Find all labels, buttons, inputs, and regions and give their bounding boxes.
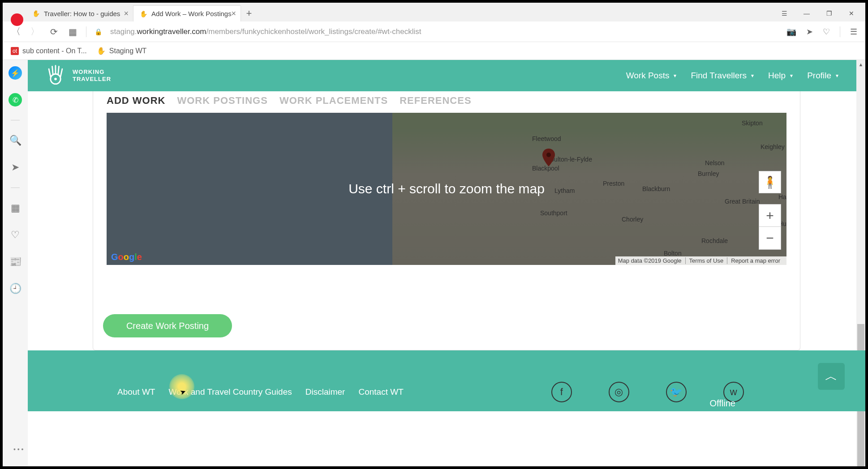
pegman-icon[interactable]: 🧍: [759, 171, 781, 193]
site-header: WORKING TRAVELLER Work Posts▾ Find Trave…: [28, 60, 865, 91]
bookmark-favicon-icon: ot: [11, 47, 19, 55]
logo-hand-icon: [43, 63, 68, 88]
bookmarks-heart-icon[interactable]: ♡: [9, 228, 22, 242]
snapshot-icon[interactable]: 📷: [786, 27, 796, 37]
nav-find-travellers[interactable]: Find Travellers▾: [691, 71, 754, 81]
bookmark-item[interactable]: ot sub content - On T...: [11, 47, 87, 55]
nav-help[interactable]: Help▾: [768, 71, 793, 81]
tab-bar: ✋ Traveller: How to - guides × ✋ Add Wor…: [3, 3, 865, 21]
new-tab-button[interactable]: +: [241, 5, 257, 21]
scrollbar-up-icon[interactable]: ▲: [856, 60, 865, 69]
page-content: ▲ WORKING TRAVELLER Work Posts▾: [28, 60, 865, 466]
map-hint-text: Use ctrl + scroll to zoom the map: [348, 181, 545, 196]
map-attribution: Map data ©2019 Google Terms of Use Repor…: [615, 256, 786, 265]
facebook-icon[interactable]: f: [551, 382, 572, 402]
close-icon[interactable]: ×: [124, 9, 129, 18]
tab-title: Traveller: How to - guides: [44, 10, 120, 17]
chevron-down-icon: ▾: [790, 72, 793, 79]
easy-setup-icon[interactable]: ☰: [850, 27, 857, 37]
flow-icon[interactable]: ➤: [9, 161, 22, 174]
reload-button[interactable]: ⟳: [48, 26, 59, 37]
url-input[interactable]: staging.workingtraveller.com/members/fun…: [110, 27, 778, 36]
tab-references[interactable]: REFERENCES: [400, 95, 471, 107]
back-button[interactable]: 〈: [11, 26, 21, 37]
svg-point-1: [54, 78, 57, 81]
terms-link[interactable]: Terms of Use: [689, 257, 728, 264]
tab-add-work[interactable]: ADD WORK: [107, 95, 165, 107]
footer-link-guides[interactable]: Work and Travel Country Guides: [168, 387, 292, 397]
browser-tab-1[interactable]: ✋ Traveller: How to - guides ×: [26, 5, 133, 21]
browser-tab-2[interactable]: ✋ Add Work – Work Postings ×: [133, 5, 241, 21]
news-icon[interactable]: 📰: [9, 255, 22, 269]
report-error-link[interactable]: Report a map error: [731, 257, 784, 264]
chat-status[interactable]: Offline: [710, 398, 735, 409]
footer-links: About WT Work and Travel Country Guides …: [117, 387, 404, 397]
opera-menu-icon[interactable]: [11, 13, 23, 26]
separator: [86, 26, 86, 37]
whatsapp-icon[interactable]: ✆: [9, 93, 22, 107]
history-icon[interactable]: 🕘: [9, 282, 22, 295]
tab-menu-icon[interactable]: ☰: [773, 5, 795, 21]
browser-sidebar: ⚡ ✆ 🔍 ➤ ▦ ♡ 📰 🕘 • • •: [3, 60, 28, 466]
messenger-icon[interactable]: ⚡: [9, 66, 22, 80]
window-controls: ☰ — ❐ ✕: [773, 5, 863, 21]
tab-title: Add Work – Work Postings: [151, 10, 232, 17]
nav-work-posts[interactable]: Work Posts▾: [626, 71, 677, 81]
footer-link-about[interactable]: About WT: [117, 387, 155, 397]
main-nav: Work Posts▾ Find Travellers▾ Help▾ Profi…: [626, 71, 852, 81]
address-bar: 〈 〉 ⟳ ▦ 🔒 staging.workingtraveller.com/m…: [3, 21, 865, 42]
tab-work-postings[interactable]: WORK POSTINGS: [177, 95, 267, 107]
site-footer: About WT Work and Travel Country Guides …: [28, 350, 865, 411]
send-icon[interactable]: ➤: [806, 27, 813, 37]
tab-favicon-icon: ✋: [140, 10, 147, 17]
footer-link-disclaimer[interactable]: Disclaimer: [305, 387, 345, 397]
nav-profile[interactable]: Profile▾: [807, 71, 838, 81]
zoom-in-button[interactable]: +: [759, 205, 781, 227]
bookmark-bar: ot sub content - On T... ✋ Staging WT: [3, 42, 865, 60]
twitter-icon[interactable]: 🐦: [666, 382, 687, 402]
addr-right-icons: 📷 ➤ ♡ ☰: [786, 26, 857, 37]
lock-icon[interactable]: 🔒: [95, 28, 102, 35]
separator: [11, 188, 20, 188]
close-window-button[interactable]: ✕: [840, 5, 863, 21]
sub-tabs: ADD WORK WORK POSTINGS WORK PLACEMENTS R…: [93, 91, 800, 113]
sidebar-more-icon[interactable]: • • •: [13, 446, 23, 453]
create-work-posting-button[interactable]: Create Work Posting: [103, 314, 232, 337]
chevron-down-icon: ▾: [836, 72, 838, 79]
forward-button[interactable]: 〉: [30, 26, 40, 37]
instagram-icon[interactable]: ◎: [609, 382, 629, 402]
separator: [11, 120, 20, 120]
minimize-button[interactable]: —: [795, 5, 818, 21]
maximize-button[interactable]: ❐: [818, 5, 840, 21]
map-zoom-controls: + −: [759, 204, 781, 250]
tab-work-placements[interactable]: WORK PLACEMENTS: [279, 95, 388, 107]
speed-dial-grid-icon[interactable]: ▦: [9, 201, 22, 215]
map-container[interactable]: Fleetwood Poulton-le-Fylde Blackpool Lyt…: [107, 113, 786, 265]
page-card: ADD WORK WORK POSTINGS WORK PLACEMENTS R…: [93, 91, 800, 350]
search-icon[interactable]: 🔍: [9, 134, 22, 147]
separator: [840, 26, 840, 37]
chevron-down-icon: ▾: [751, 72, 754, 79]
scroll-to-top-button[interactable]: ︿: [818, 363, 845, 390]
bookmark-item[interactable]: ✋ Staging WT: [97, 47, 147, 55]
close-icon[interactable]: ×: [231, 9, 236, 18]
heart-icon[interactable]: ♡: [823, 27, 830, 37]
tab-favicon-icon: ✋: [32, 10, 39, 17]
speed-dial-icon[interactable]: ▦: [67, 26, 78, 37]
footer-link-contact[interactable]: Contact WT: [358, 387, 403, 397]
site-logo[interactable]: WORKING TRAVELLER: [43, 63, 111, 88]
bookmark-favicon-icon: ✋: [97, 47, 106, 55]
chevron-down-icon: ▾: [674, 72, 676, 79]
zoom-out-button[interactable]: −: [759, 227, 781, 249]
google-logo: Google: [111, 252, 142, 262]
